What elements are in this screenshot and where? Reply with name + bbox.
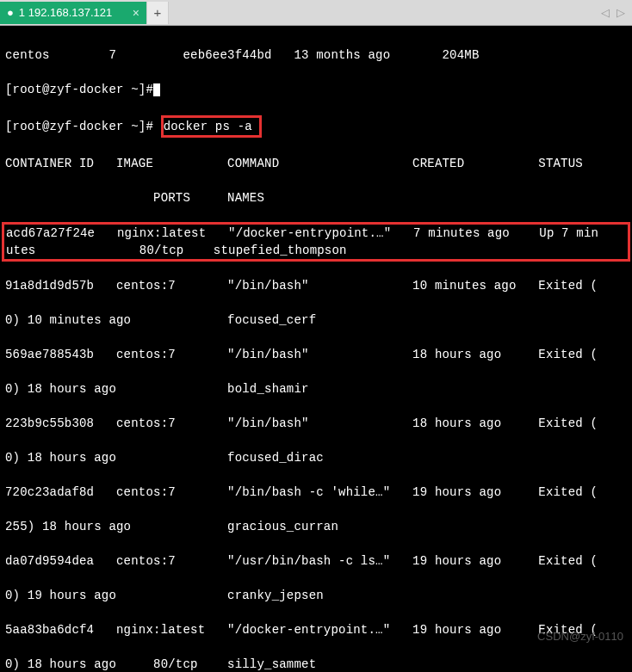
tab-status-icon: ● [7,6,14,19]
table-row: 0) 18 hours ago focused_dirac [5,449,627,466]
table-row: da07d9594dea centos:7 "/usr/bin/bash -c … [5,552,627,570]
highlighted-row: acd67a27f24e nginx:latest "/docker-entry… [2,222,630,262]
table-row: 720c23adaf8d centos:7 "/bin/bash -c 'whi… [5,484,627,501]
prompt-line: [root@zyf-docker ~]# [5,81,627,98]
table-row: 0) 18 hours ago bold_shamir [5,380,627,398]
table-row: 0) 18 hours ago 80/tcp silly_sammet [5,656,627,672]
cursor-icon [153,83,160,96]
table-row: 0) 10 minutes ago focused_cerf [5,311,627,329]
table-row: 5aa83ba6dcf4 nginx:latest "/docker-entry… [5,621,627,638]
terminal-output[interactable]: centos 7 eeb6ee3f44bd 13 months ago 204M… [0,26,632,672]
arrow-right-icon[interactable]: ▷ [617,6,625,19]
arrow-left-icon[interactable]: ◁ [601,6,610,19]
highlighted-command: docker ps -a [161,115,263,138]
table-row: 569ae788543b centos:7 "/bin/bash" 18 hou… [5,346,627,363]
add-tab-button[interactable]: + [146,2,169,24]
table-header: CONTAINER ID IMAGE COMMAND CREATED STATU… [5,155,627,172]
table-row: 91a8d1d9d57b centos:7 "/bin/bash" 10 min… [5,277,627,294]
tab-scroll-arrows: ◁ ▷ [601,6,632,19]
active-tab[interactable]: ● 1 192.168.137.121 × [0,2,146,24]
watermark-text: CSDN@zyf-0110 [537,630,623,643]
plus-icon: + [154,5,162,20]
table-row: 255) 18 hours ago gracious_curran [5,518,627,535]
tab-label: 1 192.168.137.121 [19,6,112,19]
close-tab-icon[interactable]: × [133,6,139,20]
prompt-line: [root@zyf-docker ~]# docker ps -a [5,115,627,138]
table-row: 0) 19 hours ago cranky_jepsen [5,587,627,604]
tab-bar: ● 1 192.168.137.121 × + ◁ ▷ [0,0,632,26]
table-row: 223b9c55b308 centos:7 "/bin/bash" 18 hou… [5,415,627,432]
table-header: PORTS NAMES [5,189,627,207]
output-line: centos 7 eeb6ee3f44bd 13 months ago 204M… [5,46,627,64]
